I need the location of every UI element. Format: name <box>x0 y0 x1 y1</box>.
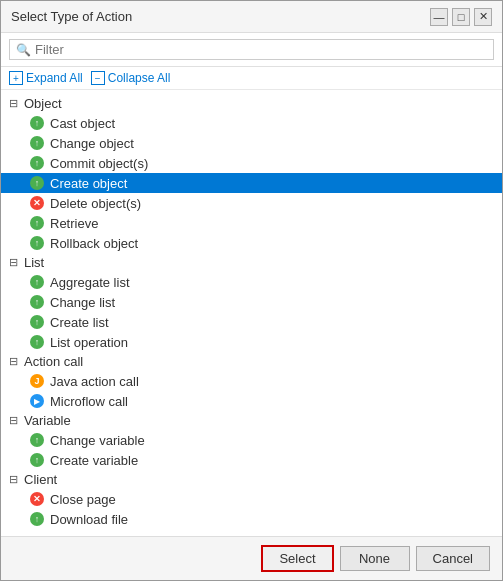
dialog-title: Select Type of Action <box>11 9 132 24</box>
search-toolbar: 🔍 <box>1 33 502 67</box>
green-icon: ↑ <box>30 453 44 467</box>
green-icon: ↑ <box>30 156 44 170</box>
minimize-button[interactable]: — <box>430 8 448 26</box>
maximize-button[interactable]: □ <box>452 8 470 26</box>
item-icon-list-operation: ↑ <box>29 334 45 350</box>
green-icon: ↑ <box>30 335 44 349</box>
collapse-all-button[interactable]: − Collapse All <box>91 71 171 85</box>
category-header-client[interactable]: ⊟ Client <box>1 470 502 489</box>
expand-collapse-bar: + Expand All − Collapse All <box>1 67 502 90</box>
collapse-icon-action-call: ⊟ <box>9 355 21 368</box>
cancel-button[interactable]: Cancel <box>416 546 490 571</box>
play-icon: ▶ <box>30 394 44 408</box>
title-bar: Select Type of Action — □ ✕ <box>1 1 502 33</box>
footer: Select None Cancel <box>1 536 502 580</box>
item-icon-delete-objects: ✕ <box>29 195 45 211</box>
item-label-download-file: Download file <box>50 512 128 527</box>
item-label-rollback-object: Rollback object <box>50 236 138 251</box>
tree-item-rollback-object[interactable]: ↑ Rollback object <box>1 233 502 253</box>
tree-item-change-object[interactable]: ↑ Change object <box>1 133 502 153</box>
red-icon: ✕ <box>30 492 44 506</box>
item-label-create-object: Create object <box>50 176 127 191</box>
tree-item-download-file[interactable]: ↑ Download file <box>1 509 502 529</box>
expand-all-button[interactable]: + Expand All <box>9 71 83 85</box>
green-icon: ↑ <box>30 176 44 190</box>
green-icon: ↑ <box>30 116 44 130</box>
item-icon-change-object: ↑ <box>29 135 45 151</box>
collapse-icon-client: ⊟ <box>9 473 21 486</box>
category-label-action-call: Action call <box>24 354 83 369</box>
category-header-list[interactable]: ⊟ List <box>1 253 502 272</box>
item-icon-close-page: ✕ <box>29 491 45 507</box>
item-label-change-object: Change object <box>50 136 134 151</box>
item-icon-download-file: ↑ <box>29 511 45 527</box>
item-label-close-page: Close page <box>50 492 116 507</box>
collapse-all-icon: − <box>91 71 105 85</box>
item-label-java-action-call: Java action call <box>50 374 139 389</box>
item-label-create-list: Create list <box>50 315 109 330</box>
collapse-icon-object: ⊟ <box>9 97 21 110</box>
tree-item-retrieve[interactable]: ↑ Retrieve <box>1 213 502 233</box>
item-icon-create-variable: ↑ <box>29 452 45 468</box>
category-header-object[interactable]: ⊟ Object <box>1 94 502 113</box>
collapse-icon-variable: ⊟ <box>9 414 21 427</box>
tree-container: ⊟ Object ↑ Cast object ↑ Change object ↑… <box>1 90 502 536</box>
tree-item-create-variable[interactable]: ↑ Create variable <box>1 450 502 470</box>
item-icon-cast-object: ↑ <box>29 115 45 131</box>
category-header-variable[interactable]: ⊟ Variable <box>1 411 502 430</box>
item-label-delete-objects: Delete object(s) <box>50 196 141 211</box>
item-icon-aggregate-list: ↑ <box>29 274 45 290</box>
category-header-action-call[interactable]: ⊟ Action call <box>1 352 502 371</box>
green-icon: ↑ <box>30 275 44 289</box>
item-label-retrieve: Retrieve <box>50 216 98 231</box>
item-icon-microflow-call: ▶ <box>29 393 45 409</box>
item-icon-java-action-call: J <box>29 373 45 389</box>
search-input[interactable] <box>35 42 487 57</box>
tree-item-java-action-call[interactable]: J Java action call <box>1 371 502 391</box>
red-icon: ✕ <box>30 196 44 210</box>
green-icon: ↑ <box>30 136 44 150</box>
item-icon-retrieve: ↑ <box>29 215 45 231</box>
close-button[interactable]: ✕ <box>474 8 492 26</box>
item-label-list-operation: List operation <box>50 335 128 350</box>
item-label-aggregate-list: Aggregate list <box>50 275 130 290</box>
green-icon: ↑ <box>30 433 44 447</box>
category-label-object: Object <box>24 96 62 111</box>
search-icon: 🔍 <box>16 43 31 57</box>
tree-item-create-list[interactable]: ↑ Create list <box>1 312 502 332</box>
category-label-list: List <box>24 255 44 270</box>
tree-item-commit-objects[interactable]: ↑ Commit object(s) <box>1 153 502 173</box>
item-icon-create-list: ↑ <box>29 314 45 330</box>
green-icon: ↑ <box>30 236 44 250</box>
tree-item-list-operation[interactable]: ↑ List operation <box>1 332 502 352</box>
item-label-microflow-call: Microflow call <box>50 394 128 409</box>
item-label-commit-objects: Commit object(s) <box>50 156 148 171</box>
green-icon: ↑ <box>30 512 44 526</box>
collapse-icon-list: ⊟ <box>9 256 21 269</box>
tree-item-close-page[interactable]: ✕ Close page <box>1 489 502 509</box>
green-icon: ↑ <box>30 295 44 309</box>
expand-all-icon: + <box>9 71 23 85</box>
tree-item-change-list[interactable]: ↑ Change list <box>1 292 502 312</box>
title-bar-controls: — □ ✕ <box>430 8 492 26</box>
select-button[interactable]: Select <box>261 545 333 572</box>
expand-all-label: Expand All <box>26 71 83 85</box>
tree-item-change-variable[interactable]: ↑ Change variable <box>1 430 502 450</box>
item-icon-commit-objects: ↑ <box>29 155 45 171</box>
item-label-change-list: Change list <box>50 295 115 310</box>
tree-item-delete-objects[interactable]: ✕ Delete object(s) <box>1 193 502 213</box>
orange-icon: J <box>30 374 44 388</box>
item-icon-create-object: ↑ <box>29 175 45 191</box>
none-button[interactable]: None <box>340 546 410 571</box>
tree-item-create-object[interactable]: ↑ Create object <box>1 173 502 193</box>
item-label-change-variable: Change variable <box>50 433 145 448</box>
tree-item-cast-object[interactable]: ↑ Cast object <box>1 113 502 133</box>
item-icon-rollback-object: ↑ <box>29 235 45 251</box>
tree-item-microflow-call[interactable]: ▶ Microflow call <box>1 391 502 411</box>
green-icon: ↑ <box>30 315 44 329</box>
category-label-variable: Variable <box>24 413 71 428</box>
tree-item-aggregate-list[interactable]: ↑ Aggregate list <box>1 272 502 292</box>
item-label-cast-object: Cast object <box>50 116 115 131</box>
category-label-client: Client <box>24 472 57 487</box>
green-icon: ↑ <box>30 216 44 230</box>
